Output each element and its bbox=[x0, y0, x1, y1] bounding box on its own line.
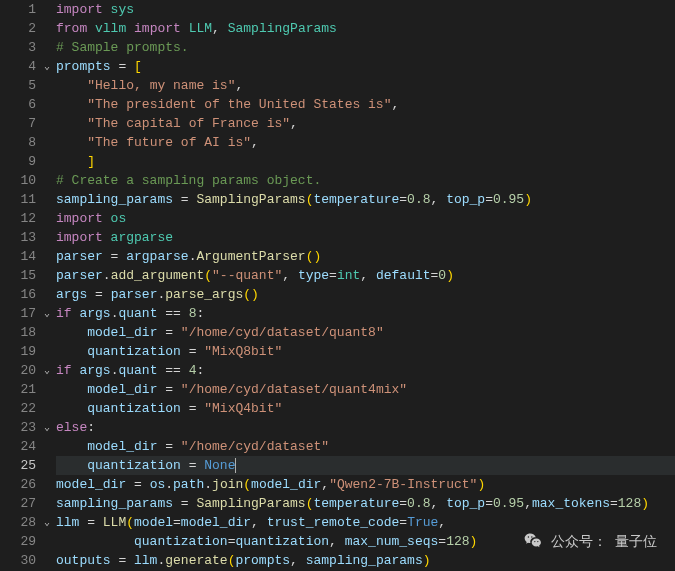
code-line[interactable]: args = parser.parse_args() bbox=[56, 285, 675, 304]
token-var: llm bbox=[56, 515, 79, 530]
token-pun bbox=[56, 325, 87, 340]
code-line[interactable]: import os bbox=[56, 209, 675, 228]
token-gold: ( bbox=[204, 268, 212, 283]
code-area[interactable]: import sysfrom vllm import LLM, Sampling… bbox=[54, 0, 675, 571]
token-op: = bbox=[181, 344, 204, 359]
token-var: outputs bbox=[56, 553, 111, 568]
code-line[interactable]: # Create a sampling params object. bbox=[56, 171, 675, 190]
token-gold: ) bbox=[251, 287, 259, 302]
fold-toggle[interactable]: ⌄ bbox=[40, 57, 54, 76]
fold-toggle[interactable]: ⌄ bbox=[40, 513, 54, 532]
code-line[interactable]: else: bbox=[56, 418, 675, 437]
token-kw: if bbox=[56, 363, 79, 378]
token-pun: , bbox=[251, 515, 267, 530]
token-var: model_dir bbox=[56, 477, 126, 492]
token-fn: join bbox=[212, 477, 243, 492]
code-line[interactable]: parser.add_argument("--quant", type=int,… bbox=[56, 266, 675, 285]
token-num: 128 bbox=[618, 496, 641, 511]
line-number: 26 bbox=[0, 475, 36, 494]
code-line[interactable]: model_dir = "/home/cyd/dataset/quant4mix… bbox=[56, 380, 675, 399]
code-line[interactable]: prompts = [ bbox=[56, 57, 675, 76]
token-var: path bbox=[173, 477, 204, 492]
code-line[interactable]: if args.quant == 8: bbox=[56, 304, 675, 323]
token-var: quantization bbox=[87, 458, 181, 473]
code-line[interactable]: "The president of the United States is", bbox=[56, 95, 675, 114]
token-str: "/home/cyd/dataset/quant4mix" bbox=[181, 382, 407, 397]
token-kw: from bbox=[56, 21, 95, 36]
token-pun: : bbox=[196, 363, 204, 378]
token-var: quant bbox=[118, 363, 157, 378]
token-str: "Hello, my name is" bbox=[87, 78, 235, 93]
code-line[interactable]: model_dir = os.path.join(model_dir,"Qwen… bbox=[56, 475, 675, 494]
token-op: = bbox=[399, 496, 407, 511]
token-gold: ) bbox=[524, 192, 532, 207]
token-kw: import bbox=[56, 230, 111, 245]
token-var: top_p bbox=[446, 192, 485, 207]
token-cmt: # Create a sampling params object. bbox=[56, 173, 321, 188]
token-op: = bbox=[157, 382, 180, 397]
token-kw: import bbox=[56, 211, 111, 226]
line-number: 14 bbox=[0, 247, 36, 266]
token-var: parser bbox=[56, 268, 103, 283]
token-pun bbox=[56, 458, 87, 473]
token-num: 0 bbox=[438, 268, 446, 283]
token-op: = bbox=[399, 192, 407, 207]
token-gold: [ bbox=[134, 59, 142, 74]
code-line[interactable]: outputs = llm.generate(prompts, sampling… bbox=[56, 551, 675, 570]
fold-toggle[interactable]: ⌄ bbox=[40, 418, 54, 437]
token-pun bbox=[56, 344, 87, 359]
code-line[interactable]: "Hello, my name is", bbox=[56, 76, 675, 95]
code-line[interactable]: if args.quant == 4: bbox=[56, 361, 675, 380]
line-number: 22 bbox=[0, 399, 36, 418]
token-pun: , bbox=[329, 534, 345, 549]
code-line[interactable]: from vllm import LLM, SamplingParams bbox=[56, 19, 675, 38]
fold-toggle[interactable]: ⌄ bbox=[40, 361, 54, 380]
token-var: model_dir bbox=[181, 515, 251, 530]
code-line[interactable]: ] bbox=[56, 152, 675, 171]
token-pun bbox=[56, 135, 87, 150]
token-var: os bbox=[150, 477, 166, 492]
token-gold: ) bbox=[641, 496, 649, 511]
token-op: = bbox=[399, 515, 407, 530]
line-number: 1 bbox=[0, 0, 36, 19]
token-kw: import bbox=[126, 21, 188, 36]
line-number: 23 bbox=[0, 418, 36, 437]
code-line[interactable]: parser = argparse.ArgumentParser() bbox=[56, 247, 675, 266]
token-var: parser bbox=[111, 287, 158, 302]
token-pun bbox=[56, 97, 87, 112]
line-number: 9 bbox=[0, 152, 36, 171]
token-str: "The president of the United States is" bbox=[87, 97, 391, 112]
code-line[interactable]: "The future of AI is", bbox=[56, 133, 675, 152]
code-line[interactable]: import argparse bbox=[56, 228, 675, 247]
code-line[interactable]: import sys bbox=[56, 0, 675, 19]
token-var: model bbox=[134, 515, 173, 530]
token-fn: SamplingParams bbox=[196, 496, 305, 511]
code-line[interactable]: model_dir = "/home/cyd/dataset/quant8" bbox=[56, 323, 675, 342]
token-var: quantization bbox=[235, 534, 329, 549]
code-line[interactable]: quantization = None bbox=[56, 456, 675, 475]
line-number: 24 bbox=[0, 437, 36, 456]
code-line[interactable]: quantization = "MixQ4bit" bbox=[56, 399, 675, 418]
token-op: = bbox=[126, 477, 149, 492]
token-op: = bbox=[173, 515, 181, 530]
code-line[interactable]: quantization = "MixQ8bit" bbox=[56, 342, 675, 361]
code-line[interactable]: llm = LLM(model=model_dir, trust_remote_… bbox=[56, 513, 675, 532]
line-number: 28 bbox=[0, 513, 36, 532]
code-line[interactable]: # Sample prompts. bbox=[56, 38, 675, 57]
token-num: 0.8 bbox=[407, 496, 430, 511]
code-line[interactable]: model_dir = "/home/cyd/dataset" bbox=[56, 437, 675, 456]
code-editor[interactable]: 1234567891011121314151617181920212223242… bbox=[0, 0, 675, 571]
code-line[interactable]: sampling_params = SamplingParams(tempera… bbox=[56, 494, 675, 513]
fold-toggle[interactable]: ⌄ bbox=[40, 304, 54, 323]
token-var: args bbox=[56, 287, 87, 302]
token-var: temperature bbox=[313, 192, 399, 207]
token-pun: , bbox=[290, 116, 298, 131]
token-var: sampling_params bbox=[56, 496, 173, 511]
line-number: 25 bbox=[0, 456, 36, 475]
token-str: "MixQ4bit" bbox=[204, 401, 282, 416]
code-line[interactable]: sampling_params = SamplingParams(tempera… bbox=[56, 190, 675, 209]
code-line[interactable]: "The capital of France is", bbox=[56, 114, 675, 133]
token-op: = bbox=[103, 249, 126, 264]
token-mod: int bbox=[337, 268, 360, 283]
line-number: 5 bbox=[0, 76, 36, 95]
